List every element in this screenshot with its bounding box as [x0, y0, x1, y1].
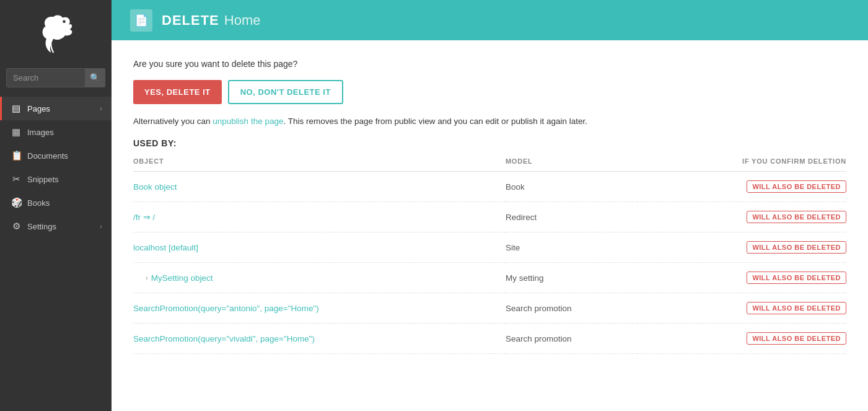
document-icon: 📄	[134, 14, 148, 27]
sidebar: 🔍 ▤ Pages › ▦ Images 📋 Documents ✂ Snipp…	[0, 0, 112, 411]
model-cell: Redirect	[506, 202, 638, 232]
sidebar-nav: ▤ Pages › ▦ Images 📋 Documents ✂ Snippet…	[0, 97, 112, 238]
action-cell: WILL ALSO BE DELETED	[638, 172, 846, 202]
search-button[interactable]: 🔍	[85, 68, 105, 87]
svg-point-0	[63, 20, 66, 24]
sidebar-item-label: Images	[27, 128, 102, 137]
model-cell: Book	[506, 172, 638, 202]
action-buttons: YES, DELETE IT NO, DON'T DELETE IT	[133, 80, 846, 104]
will-delete-badge: WILL ALSO BE DELETED	[747, 180, 846, 193]
chevron-right-icon: ›	[100, 105, 102, 112]
images-icon: ▦	[11, 126, 21, 138]
action-cell: WILL ALSO BE DELETED	[638, 263, 846, 293]
model-cell: Search promotion	[506, 324, 638, 354]
books-icon: 🎲	[11, 197, 21, 208]
page-header: 📄 DELETE Home	[112, 0, 868, 40]
yes-delete-button[interactable]: YES, DELETE IT	[133, 80, 222, 104]
table-row: SearchPromotion(query="vivaldi", page="H…	[133, 324, 846, 354]
alt-text-before: Alternatively you can	[133, 117, 213, 126]
object-link[interactable]: SearchPromotion(query="antonio", page="H…	[133, 304, 319, 313]
sidebar-item-label: Settings	[27, 222, 100, 231]
object-link[interactable]: MySetting object	[151, 273, 213, 283]
model-cell: Site	[506, 232, 638, 263]
will-delete-badge: WILL ALSO BE DELETED	[747, 302, 846, 314]
used-by-title: USED BY:	[133, 138, 846, 148]
sidebar-item-label: Snippets	[27, 175, 102, 184]
will-delete-badge: WILL ALSO BE DELETED	[747, 241, 846, 254]
action-cell: WILL ALSO BE DELETED	[638, 202, 846, 232]
sidebar-item-documents[interactable]: 📋 Documents	[0, 144, 112, 167]
content-area: Are you sure you want to delete this pag…	[112, 40, 868, 411]
snippets-icon: ✂	[11, 174, 21, 185]
sidebar-item-settings[interactable]: ⚙ Settings ›	[0, 214, 112, 238]
documents-icon: 📋	[11, 150, 21, 161]
alternative-text: Alternatively you can unpublish the page…	[133, 117, 846, 126]
object-link[interactable]: /fr ⇒ /	[133, 213, 155, 222]
sidebar-item-label: Pages	[27, 104, 100, 113]
model-cell: My setting	[506, 263, 638, 293]
sidebar-item-images[interactable]: ▦ Images	[0, 120, 112, 144]
alt-text-after: . This removes the page from public view…	[283, 117, 587, 126]
search-container: 🔍	[6, 68, 105, 87]
no-delete-button[interactable]: NO, DON'T DELETE IT	[228, 80, 343, 104]
action-cell: WILL ALSO BE DELETED	[638, 293, 846, 324]
sidebar-item-label: Books	[27, 198, 102, 208]
confirm-question: Are you sure you want to delete this pag…	[133, 59, 846, 69]
chevron-right-icon: ›	[100, 223, 102, 230]
settings-icon: ⚙	[11, 221, 21, 232]
main-area: 📄 DELETE Home Are you sure you want to d…	[112, 0, 868, 411]
table-row: localhost [default]SiteWILL ALSO BE DELE…	[133, 232, 846, 263]
object-link[interactable]: Book object	[133, 182, 177, 192]
sidebar-item-books[interactable]: 🎲 Books	[0, 191, 112, 214]
table-row: SearchPromotion(query="antonio", page="H…	[133, 293, 846, 324]
header-icon: 📄	[130, 9, 152, 32]
action-cell: WILL ALSO BE DELETED	[638, 232, 846, 263]
page-title-name: Home	[224, 12, 261, 29]
will-delete-badge: WILL ALSO BE DELETED	[747, 211, 846, 223]
col-action: IF YOU CONFIRM DELETION	[638, 157, 846, 172]
sidebar-item-snippets[interactable]: ✂ Snippets	[0, 167, 112, 191]
table-row: ›MySetting objectMy settingWILL ALSO BE …	[133, 263, 846, 293]
table-row: /fr ⇒ /RedirectWILL ALSO BE DELETED	[133, 202, 846, 232]
table-header-row: OBJECT MODEL IF YOU CONFIRM DELETION	[133, 157, 846, 172]
sidebar-item-pages[interactable]: ▤ Pages ›	[0, 97, 112, 120]
used-by-table: OBJECT MODEL IF YOU CONFIRM DELETION Boo…	[133, 157, 846, 354]
col-model: MODEL	[506, 157, 638, 172]
logo	[0, 0, 112, 62]
action-cell: WILL ALSO BE DELETED	[638, 324, 846, 354]
will-delete-badge: WILL ALSO BE DELETED	[747, 272, 846, 284]
object-link[interactable]: localhost [default]	[133, 243, 198, 252]
will-delete-badge: WILL ALSO BE DELETED	[747, 332, 846, 345]
table-row: Book objectBookWILL ALSO BE DELETED	[133, 172, 846, 202]
pages-icon: ▤	[11, 103, 21, 114]
chevron-right-icon: ›	[146, 274, 148, 281]
sidebar-item-label: Documents	[27, 151, 102, 161]
col-object: OBJECT	[133, 157, 506, 172]
search-icon: 🔍	[90, 73, 100, 82]
unpublish-link[interactable]: unpublish the page	[213, 117, 283, 126]
model-cell: Search promotion	[506, 293, 638, 324]
object-link[interactable]: SearchPromotion(query="vivaldi", page="H…	[133, 334, 315, 343]
page-title-delete: DELETE	[162, 12, 219, 29]
